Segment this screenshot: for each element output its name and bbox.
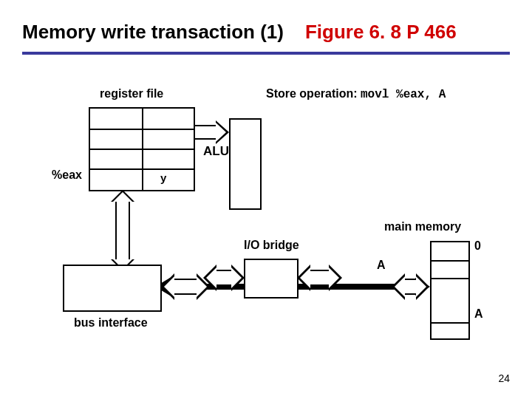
bus-interface-label: bus interface [74,316,148,330]
title-part2: Figure 6. 8 P 466 [305,21,457,43]
io-bridge-box [244,259,299,299]
title-part1: Memory write transaction (1) [22,21,284,43]
register-col-divider [142,109,143,190]
memory-connector-arrow [392,273,429,300]
register-eax-label: %eax [52,168,82,182]
io-bridge-label: I/O bridge [244,239,299,252]
memory-index-a: A [474,307,483,321]
store-operation-label: Store operation: movl %eax, A [266,87,446,101]
register-file-box: y [89,107,195,191]
slide-title: Memory write transaction (1) Figure 6. 8… [22,21,457,44]
main-memory-label: main memory [384,220,461,233]
main-memory-box [430,241,470,340]
io-bridge-left-arrow [203,265,245,291]
register-value-y: y [160,171,166,184]
bus-interface-box [63,265,162,312]
alu-label: ALU [203,144,229,159]
register-file-label: register file [100,87,163,100]
memory-cell-divider [432,260,468,262]
alu-box [229,118,262,210]
store-op-prefix: Store operation: [266,87,358,100]
store-op-code: movl %eax, A [361,88,446,101]
bus-address-a-label: A [377,259,386,272]
title-divider [22,52,510,55]
page-number: 24 [498,372,510,384]
memory-index-0: 0 [474,239,481,253]
io-bridge-right-arrow [297,265,342,291]
memory-cell-divider [432,322,468,324]
regfile-to-alu-arrow [194,120,229,144]
regfile-bus-double-arrow [111,190,134,271]
memory-cell-divider [432,278,468,279]
